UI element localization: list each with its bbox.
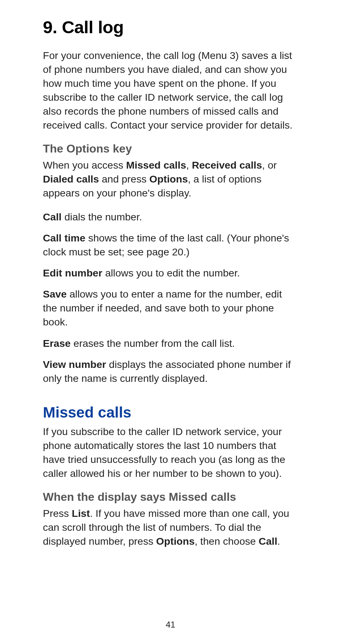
text: , or [262,159,277,171]
option-name: Call time [43,232,85,244]
option-item: Edit number allows you to edit the numbe… [43,266,298,280]
option-item: View number displays the associated phon… [43,358,298,385]
intro-paragraph: For your convenience, the call log (Menu… [43,49,298,132]
option-name: Erase [43,338,71,349]
manual-page: 9. Call log For your convenience, the ca… [0,0,341,644]
missed-display-heading: When the display says Missed calls [43,490,298,504]
missed-calls-intro: If you subscribe to the caller ID networ… [43,425,298,480]
option-desc: allows you to edit the number. [102,267,240,279]
text: . [277,535,280,547]
option-name: Edit number [43,267,102,279]
bold-term: Received calls [192,159,262,171]
option-desc: erases the number from the call list. [71,338,235,349]
bold-term: Missed calls [126,159,186,171]
options-key-heading: The Options key [43,142,298,155]
missed-instructions: Press List. If you have missed more than… [43,506,298,548]
option-item: Call time shows the time of the last cal… [43,231,298,259]
option-desc: allows you to enter a name for the numbe… [43,288,282,328]
text: and press [99,173,149,185]
option-item: Erase erases the number from the call li… [43,336,298,350]
bold-term: List [72,508,90,519]
text: , then choose [195,535,259,547]
option-item: Call dials the number. [43,210,298,224]
option-name: View number [43,359,106,370]
bold-term: Options [156,535,195,547]
text: When you access [43,159,126,171]
text: Press [43,508,72,519]
text: , [186,159,192,171]
missed-calls-heading: Missed calls [43,404,298,421]
option-desc: dials the number. [61,211,142,223]
page-title: 9. Call log [43,17,298,37]
bold-term: Options [149,173,188,185]
option-name: Save [43,288,67,300]
bold-term: Dialed calls [43,173,99,185]
options-key-paragraph: When you access Missed calls, Received c… [43,158,298,200]
bold-term: Call [259,535,277,547]
page-number: 41 [0,620,341,630]
option-name: Call [43,211,61,223]
option-item: Save allows you to enter a name for the … [43,287,298,329]
